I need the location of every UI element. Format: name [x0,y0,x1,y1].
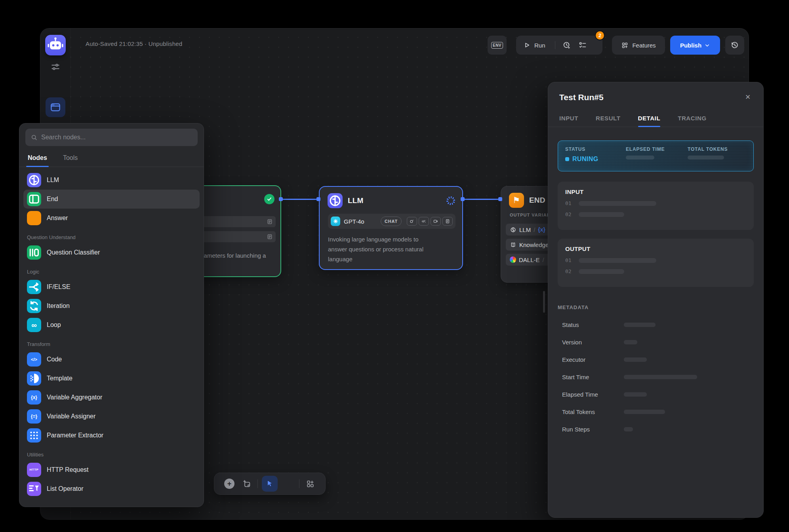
var-label: LLM [519,226,531,233]
panel-resize-handle[interactable] [543,291,545,313]
organize-nodes-button[interactable] [303,477,317,490]
node-item-label: Loop [47,321,61,329]
skeleton-bar [624,427,633,431]
var-aggregator-icon: {x} [27,390,41,405]
metadata-label: Elapsed Time [562,391,624,398]
list-operator-icon [27,482,41,496]
input-card: INPUT 0102 [558,182,754,230]
preferences-sliders-icon[interactable] [50,62,61,72]
search-icon [30,134,38,141]
metadata-label: Total Tokens [562,408,624,415]
tab-tools[interactable]: Tools [62,151,78,167]
node-item-end[interactable]: End [23,190,200,209]
book-icon [510,241,516,248]
hand-tool-button[interactable] [282,477,295,490]
node-item-http-request[interactable]: HTTPHTTP Request [23,460,200,479]
var-ref: {x} [538,226,545,233]
close-icon[interactable]: ✕ [743,93,752,101]
add-node-button[interactable]: + [223,477,236,490]
node-item-label: Template [47,375,72,382]
section-title-question-understand: Question Understand [27,234,196,240]
play-icon[interactable] [523,42,530,49]
screen: { "header": { "autosave": "Auto-Saved 21… [0,0,789,532]
chat-mode-badge: CHAT [381,217,402,226]
loop-icon: ∞ [27,318,41,332]
run-history-clock-icon[interactable] [562,41,571,49]
node-item-variable-aggregator[interactable]: {x}Variable Aggregator [23,388,200,407]
skeleton-bar [579,269,624,274]
llm-node[interactable]: LLM ✳ GPT-4o CHAT Invoking large languag… [319,186,463,270]
plus-circle-icon: + [224,479,234,489]
status-label: STATUS [565,146,598,152]
metadata-label: Status [562,321,624,328]
port-llm-in[interactable] [316,197,320,201]
io-row: 01 [565,200,746,206]
node-item-code[interactable]: </>Code [23,350,200,369]
app-logo-robot-icon[interactable] [45,35,66,55]
node-item-question-classifier[interactable]: Question Classifier [23,243,200,262]
node-item-llm[interactable]: LLM [23,171,200,190]
field-doc-icon [267,234,273,240]
branch-icon [27,280,41,294]
features-button[interactable]: Features [612,36,665,55]
flag-icon [27,211,41,225]
metadata-row-total-tokens: Total Tokens [548,403,763,420]
node-item-iteration[interactable]: Iteration [23,296,200,315]
test-run-tab-tracing[interactable]: TRACING [678,111,707,127]
node-item-if-else[interactable]: IF/ELSE [23,277,200,296]
test-run-tab-input[interactable]: INPUT [559,111,578,127]
metadata-row-version: Version [548,333,763,351]
port-start-out[interactable] [279,197,283,201]
brain-outline-icon [510,226,516,233]
node-search[interactable] [25,129,198,146]
test-run-tab-detail[interactable]: DETAIL [638,111,661,127]
tab-nodes[interactable]: Nodes [27,151,48,167]
node-panel-tabs: Nodes Tools [19,148,204,167]
code-icon: </> [27,352,41,367]
env-button[interactable]: ENV [488,36,507,55]
node-item-list-operator[interactable]: List Operator [23,479,200,498]
checklist-icon[interactable] [578,41,587,49]
llm-node-title: LLM [348,196,364,205]
model-selector[interactable]: ✳ GPT-4o CHAT [328,214,455,229]
openai-logo-icon: ✳ [331,217,340,226]
node-item-variable-assigner[interactable]: {=}Variable Assigner [23,407,200,426]
checklist-count-badge: 2 [595,30,605,40]
pointer-tool-button[interactable] [262,476,278,492]
metadata-row-run-steps: Run Steps [548,420,763,438]
run-button-group: Run 2 [516,36,602,55]
node-picker-panel: Nodes Tools LLMEndAnswerQuestion Underst… [19,123,204,507]
search-input[interactable] [41,134,192,141]
output-card: OUTPUT 0102 [558,239,754,287]
add-note-button[interactable] [240,477,253,490]
node-item-loop[interactable]: ∞Loop [23,315,200,334]
end-icon [27,192,41,206]
node-item-label: End [47,196,58,203]
skeleton-bar [688,156,724,160]
elapsed-time-label: ELAPSED TIME [626,146,665,152]
classifier-icon [27,245,41,260]
run-button[interactable]: Run [534,42,545,49]
port-llm-out[interactable] [461,197,465,201]
metadata-label: Run Steps [562,426,624,433]
status-value: RUNING [572,156,598,163]
section-title-utilities: Utilities [27,452,196,458]
port-end-in[interactable] [498,197,502,201]
metadata-row-start-time: Start Time [548,368,763,386]
node-item-label: IF/ELSE [47,283,71,291]
skeleton-bar [579,258,656,263]
divider [299,479,299,488]
var-assigner-icon: {=} [27,409,41,424]
test-run-tab-result[interactable]: RESULT [596,111,621,127]
line-number: 01 [565,257,572,263]
node-item-template[interactable]: Template [23,369,200,388]
node-item-answer[interactable]: Answer [23,209,200,228]
metadata-rows: StatusVersionExecutorStart TimeElapsed T… [548,316,763,438]
divider [555,41,555,49]
publish-button[interactable]: Publish [670,36,720,55]
workflow-window-icon[interactable] [46,97,65,117]
metadata-label: Start Time [562,374,624,380]
node-item-parameter-extractor[interactable]: Parameter Extractor [23,426,200,445]
version-history-button[interactable] [725,36,744,55]
input-title: INPUT [565,188,746,195]
